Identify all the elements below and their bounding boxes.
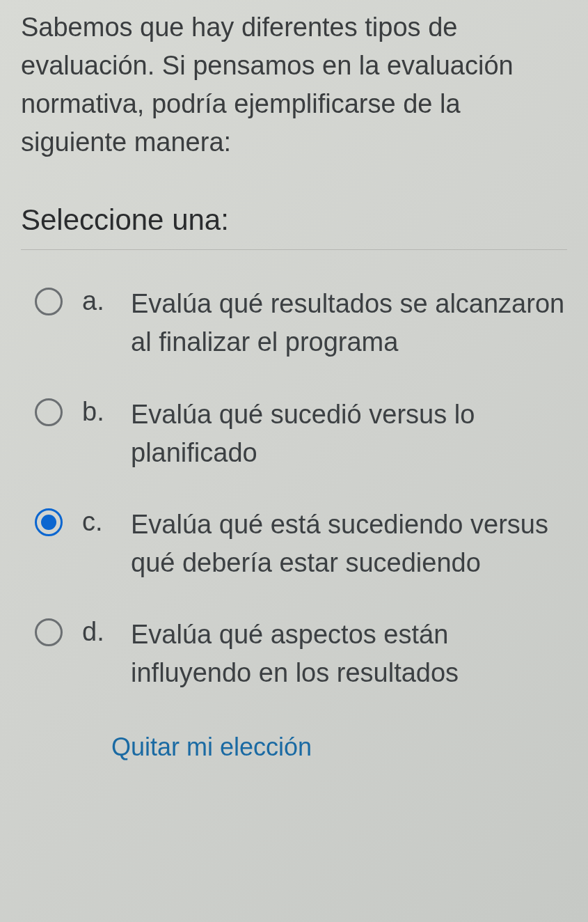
option-letter-d: d. [82, 617, 124, 647]
option-d[interactable]: d. Evalúa qué aspectos están influyendo … [35, 616, 567, 692]
options-group: a. Evalúa qué resultados se alcanzaron a… [21, 285, 567, 692]
option-text-a: Evalúa qué resultados se alcanzaron al f… [131, 285, 567, 361]
radio-b[interactable] [35, 398, 63, 426]
option-a[interactable]: a. Evalúa qué resultados se alcanzaron a… [35, 285, 567, 361]
option-text-d: Evalúa qué aspectos están influyendo en … [131, 616, 567, 692]
option-letter-a: a. [82, 286, 124, 316]
option-text-c: Evalúa qué está sucediendo versus qué de… [131, 506, 567, 582]
option-text-b: Evalúa qué sucedió versus lo planificado [131, 396, 567, 472]
option-c[interactable]: c. Evalúa qué está sucediendo versus qué… [35, 506, 567, 582]
radio-a[interactable] [35, 288, 63, 315]
select-one-prompt: Seleccione una: [21, 203, 567, 237]
option-letter-c: c. [82, 507, 124, 537]
option-b[interactable]: b. Evalúa qué sucedió versus lo planific… [35, 396, 567, 472]
divider [21, 249, 567, 250]
clear-choice-link[interactable]: Quitar mi elección [111, 733, 312, 762]
question-text: Sabemos que hay diferentes tipos de eval… [21, 8, 567, 162]
radio-d[interactable] [35, 618, 63, 646]
radio-c[interactable] [35, 508, 63, 536]
option-letter-b: b. [82, 397, 124, 427]
